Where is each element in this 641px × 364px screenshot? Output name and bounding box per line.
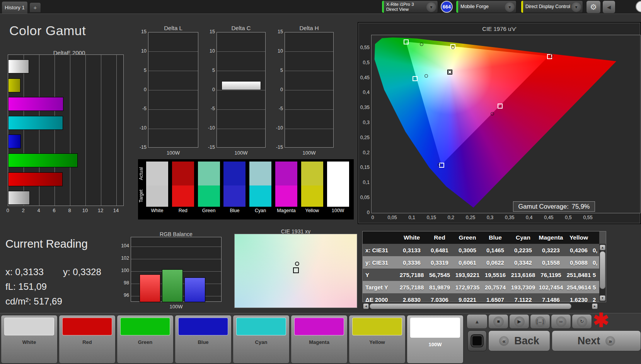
refresh-button[interactable]: ↻	[572, 314, 592, 329]
deltae-bar-magenta	[8, 97, 63, 111]
cell-value: 254,9614	[565, 281, 593, 293]
table-vertical-scrollbar[interactable]: ▲▼	[599, 244, 606, 302]
cell-value: 0,0622	[481, 256, 509, 269]
pattern-swatch	[294, 318, 344, 335]
deltae-bar-white	[8, 60, 29, 73]
x-tick-label: 0,4	[522, 215, 536, 220]
delta-c-plot-area	[217, 32, 266, 148]
cie1931-panel: CIE 1931 xy	[233, 228, 359, 310]
arrow-up-icon: ▲	[475, 319, 480, 325]
cell-value: 0,3133	[398, 244, 426, 256]
pattern-button-label: Green	[117, 339, 173, 345]
display-control-dropdown[interactable]: Direct Display Control ▼	[521, 0, 583, 13]
pattern-button-label: 100W	[407, 342, 463, 347]
profile-circle-button[interactable]	[636, 1, 641, 12]
cell-value: 172,9735	[453, 281, 481, 293]
grid-line	[285, 129, 333, 129]
reading-y-value: y: 0,3328	[63, 267, 101, 277]
column-header-red: Red	[426, 231, 453, 244]
cell-value: 0,1558	[537, 256, 565, 269]
pattern-button-magenta[interactable]: Magenta	[291, 315, 348, 364]
pattern-up-button[interactable]: ▲	[467, 314, 488, 329]
x-tick-label: 14	[112, 208, 120, 213]
cell-value: 102,7454	[537, 281, 565, 293]
grid-line	[131, 259, 221, 259]
pattern-button-green[interactable]: Green	[117, 315, 174, 364]
scroll-down-button[interactable]: ▼	[600, 295, 605, 301]
cell-value: 0,2235	[509, 244, 537, 256]
play-button[interactable]: ▶	[509, 314, 529, 329]
cell-value: 81,9879	[426, 281, 453, 293]
cell-value: 0,4206	[565, 244, 593, 256]
grid-line	[285, 90, 333, 90]
collapse-panel-button[interactable]: ◀	[602, 0, 615, 14]
grid-line	[285, 109, 333, 110]
grid-line	[148, 90, 198, 90]
y-tick-label: -5	[204, 106, 215, 111]
pattern-button-100w[interactable]: 100W	[407, 315, 464, 364]
refresh-icon: ↻	[577, 316, 587, 327]
pattern-button-red[interactable]: Red	[59, 315, 116, 364]
rgb-bar-green	[162, 269, 183, 302]
delta-x-category-label: 100W	[285, 150, 334, 156]
pattern-button-label: Cyan	[233, 339, 289, 345]
x-tick-label: 12	[97, 208, 104, 213]
play-icon: ▶	[514, 316, 525, 327]
patch-column-label: Red	[172, 208, 194, 213]
pattern-swatch	[178, 318, 228, 335]
target-patch-green	[198, 185, 220, 207]
interval-button[interactable]: [↔]	[530, 314, 550, 329]
tab-history-1[interactable]: History 1	[2, 1, 28, 14]
cell-value: 20,7574	[481, 281, 509, 293]
target-patch-white	[146, 185, 168, 207]
cell-value: 0,6061	[453, 256, 481, 269]
cell-value: 251,8481	[565, 269, 593, 281]
cell-value-partial: 5	[593, 269, 599, 281]
table-row: x: CIE310,31330,64810,30050,14650,22350,…	[363, 244, 599, 256]
pattern-button-blue[interactable]: Blue	[175, 315, 232, 364]
scroll-up-button[interactable]: ▲	[600, 245, 605, 250]
meter-count-badge[interactable]: 664	[441, 1, 453, 13]
y-tick-label: 0,3	[358, 120, 370, 125]
scroll-thumb[interactable]	[370, 303, 571, 309]
settings-button[interactable]: ⚙	[586, 0, 601, 14]
y-tick-label: 10	[136, 48, 147, 54]
cell-value-partial: 0,	[593, 256, 599, 269]
chevron-down-icon[interactable]: ▼	[426, 2, 436, 12]
pattern-swatch	[352, 318, 402, 335]
cell-value: 0,1465	[481, 244, 509, 256]
rgb-balance-title: RGB Balance	[131, 231, 222, 237]
tab-label: History 1	[5, 5, 24, 10]
delta-bar-100w	[222, 81, 261, 90]
pattern-button-white[interactable]: White	[1, 315, 58, 364]
source-dropdown[interactable]: Mobile Forge ▼	[456, 0, 517, 13]
target-patch-yellow	[301, 185, 323, 207]
pattern-window-button[interactable]	[467, 330, 487, 351]
y-tick-label: 0,45	[358, 75, 370, 80]
scroll-right-button[interactable]: ►	[592, 303, 598, 309]
actual-patch-yellow	[301, 162, 323, 185]
table-horizontal-scrollbar[interactable]: ◄►	[362, 303, 598, 310]
chevrons-right-icon: »	[605, 336, 615, 346]
back-button[interactable]: « Back	[488, 330, 550, 351]
stop-button[interactable]: ■	[488, 314, 508, 329]
chevron-down-icon[interactable]: ▼	[571, 2, 581, 12]
measurement-table: WhiteRedGreenBlueCyanMagentaYellowx: CIE…	[362, 231, 606, 302]
meter-dropdown[interactable]: X-Rite i1Pro 3 Direct View ▼	[382, 0, 438, 13]
cell-value: 0,3223	[537, 244, 565, 256]
scroll-left-button[interactable]: ◄	[363, 303, 369, 309]
y-tick-label: 0,55	[358, 45, 370, 50]
table-row: Target Y275,718881,9879172,973520,757419…	[363, 281, 599, 293]
chevron-down-icon[interactable]: ▼	[505, 2, 515, 12]
current-reading-title: Current Reading	[5, 238, 88, 250]
next-button[interactable]: Next »	[552, 330, 641, 351]
scroll-thumb[interactable]	[600, 251, 605, 289]
cell-value: 7,1486	[537, 293, 565, 302]
target-patch-100w	[327, 185, 349, 207]
add-tab-button[interactable]: +	[29, 2, 41, 13]
pattern-button-cyan[interactable]: Cyan	[233, 315, 290, 364]
pattern-button-yellow[interactable]: Yellow	[349, 315, 406, 364]
pattern-button-label: Yellow	[349, 339, 405, 345]
loop-button[interactable]: ∞	[551, 314, 571, 329]
y-tick-label: 100	[118, 268, 129, 273]
